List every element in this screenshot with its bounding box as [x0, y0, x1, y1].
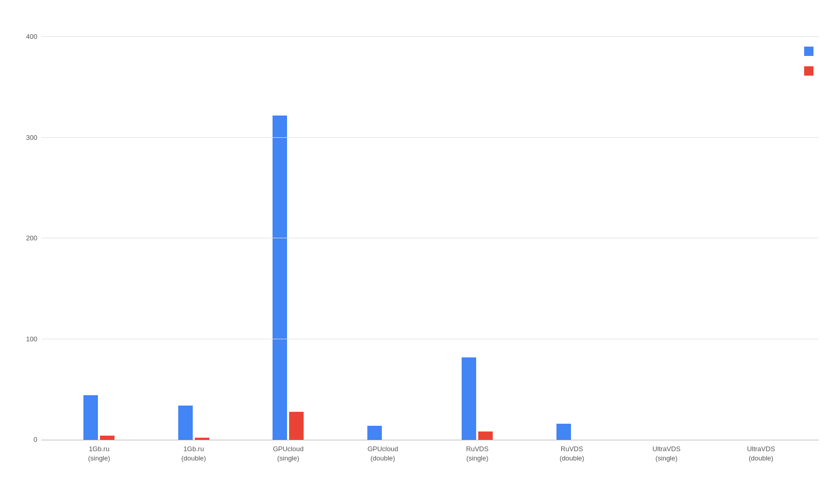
bar-score-1 [178, 406, 193, 440]
bar-scaled-score-0 [100, 436, 115, 440]
x-label-2: GPUcloud(single) [241, 440, 336, 463]
y-axis-label-0: 0 [34, 436, 37, 443]
x-label-0: 1Gb.ru(single) [52, 440, 147, 463]
bar-group-4 [430, 357, 525, 440]
plot-area [41, 36, 819, 440]
x-label-4: RuVDS(single) [430, 440, 525, 463]
x-label-1: 1Gb.ru(double) [147, 440, 241, 463]
x-label-7: UltraVDS(double) [714, 440, 809, 463]
bar-group-0 [52, 395, 147, 440]
grid-line-200 [41, 238, 819, 238]
bar-scaled-score-4 [478, 431, 493, 440]
bar-group-5 [525, 424, 620, 440]
y-axis: 4003002001000 [10, 36, 41, 440]
bar-score-4 [462, 357, 476, 440]
bar-score-5 [556, 424, 571, 440]
bar-score-3 [367, 426, 382, 440]
y-axis-label-100: 100 [26, 335, 37, 342]
x-label-3: GPUcloud(double) [336, 440, 431, 463]
chart-container: 4003002001000 1Gb.ru(single)1Gb.ru(doubl… [0, 0, 829, 504]
bar-scaled-score-2 [289, 412, 304, 440]
grid-line-100 [41, 339, 819, 339]
x-label-6: UltraVDS(single) [619, 440, 714, 463]
grid-line-400 [41, 36, 819, 37]
x-label-5: RuVDS(double) [525, 440, 620, 463]
y-axis-label-400: 400 [26, 33, 37, 40]
x-labels: 1Gb.ru(single)1Gb.ru(double)GPUcloud(sin… [41, 440, 819, 463]
bar-group-2 [241, 116, 336, 440]
bar-score-2 [273, 116, 287, 440]
bar-scaled-score-1 [195, 438, 209, 440]
bar-group-1 [147, 406, 241, 440]
grid-line-300 [41, 137, 819, 138]
y-axis-label-200: 200 [26, 234, 37, 242]
bar-group-3 [336, 426, 431, 440]
chart-area: 4003002001000 [10, 36, 819, 440]
bar-score-0 [83, 395, 98, 440]
y-axis-label-300: 300 [26, 133, 37, 141]
